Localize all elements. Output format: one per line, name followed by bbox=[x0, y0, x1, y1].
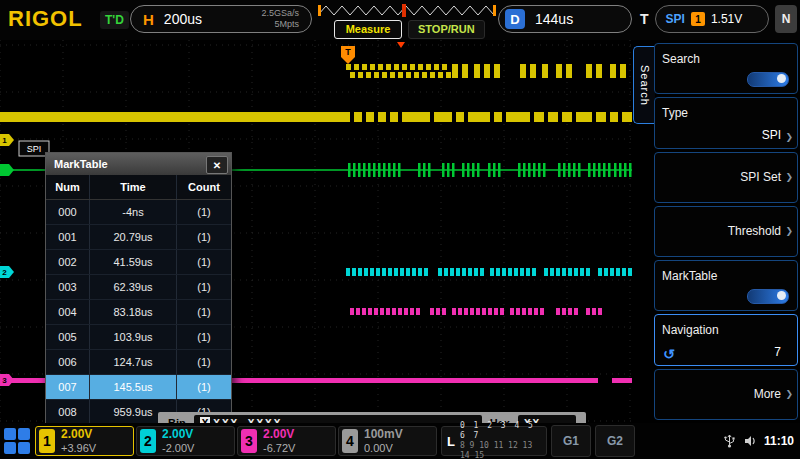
channel-3-scale: 2.00V bbox=[263, 428, 295, 442]
marktable-row-003[interactable]: 00362.39us(1) bbox=[46, 275, 231, 300]
marktable-cell-count: (1) bbox=[177, 300, 231, 324]
type-value: SPI bbox=[762, 128, 781, 142]
top-status-bar: RIGOL T'D H 200us 2.5GSa/s 5Mpts Measure… bbox=[0, 0, 800, 40]
marktable-cell-num: 003 bbox=[46, 275, 90, 299]
channel-2-values: 2.00V-2.00V bbox=[162, 428, 194, 454]
trigger-settings-box[interactable]: SPI 1 1.51V bbox=[655, 5, 769, 33]
channel-3-values: 2.00V-6.72V bbox=[263, 428, 295, 454]
channel-3-box[interactable]: 32.00V-6.72V bbox=[237, 426, 336, 456]
close-icon[interactable]: ✕ bbox=[206, 156, 228, 174]
trigger-source-badge: 1 bbox=[691, 12, 705, 26]
acquisition-info: 2.5GSa/s 5Mpts bbox=[261, 8, 299, 30]
trigger-level: 1.51V bbox=[711, 12, 742, 26]
marktable-cell-count: (1) bbox=[177, 250, 231, 274]
channel-4-offset: 0.00V bbox=[364, 442, 403, 455]
marktable-cell-count: (1) bbox=[177, 325, 231, 349]
marktable-row-000[interactable]: 000-4ns(1) bbox=[46, 200, 231, 225]
logic-row1: 0 1 2 3 4 5 6 7 bbox=[460, 421, 546, 441]
sidebar-item-type[interactable]: Type SPI ❯ bbox=[654, 97, 798, 148]
marktable-row-007[interactable]: 007145.5us(1) bbox=[46, 375, 231, 400]
stop-run-button[interactable]: STOP/RUN bbox=[408, 20, 485, 39]
memory-depth: 5Mpts bbox=[274, 19, 299, 29]
marktable-cell-time: 83.18us bbox=[90, 300, 177, 324]
sample-rate: 2.5GSa/s bbox=[261, 8, 299, 18]
chevron-right-icon: ❯ bbox=[785, 172, 793, 182]
clock: 11:10 bbox=[764, 434, 794, 448]
navigation-loop-icon: ↺ bbox=[663, 346, 675, 362]
sidebar-item-spi-set[interactable]: SPI Set ❯ bbox=[654, 152, 798, 203]
sidebar-item-marktable[interactable]: MarkTable bbox=[654, 260, 798, 311]
navigation-value: 7 bbox=[774, 345, 781, 359]
marktable-window: MarkTable ✕ Num Time Count 000-4ns(1)001… bbox=[45, 152, 232, 426]
svg-text:3: 3 bbox=[2, 376, 7, 385]
channel-1-badge: 1 bbox=[39, 429, 55, 453]
sidebar-item-navigation[interactable]: Navigation ↺ 7 bbox=[654, 314, 798, 365]
marktable-row-005[interactable]: 005103.9us(1) bbox=[46, 325, 231, 350]
chevron-right-icon: ❯ bbox=[785, 389, 793, 399]
marktable-titlebar[interactable]: MarkTable ✕ bbox=[46, 153, 231, 175]
channel-2-offset: -2.00V bbox=[162, 442, 194, 455]
generator1-box[interactable]: G1 bbox=[551, 425, 591, 457]
channel-1-offset: +3.96V bbox=[61, 442, 96, 455]
trigger-status-badge: T'D bbox=[100, 11, 129, 29]
marktable-row-002[interactable]: 00241.59us(1) bbox=[46, 250, 231, 275]
marktable-cell-num: 004 bbox=[46, 300, 90, 324]
usb-icon bbox=[723, 434, 736, 448]
marktable-cell-time: 20.79us bbox=[90, 225, 177, 249]
marktable-title: MarkTable bbox=[54, 158, 108, 170]
more-label: More bbox=[754, 387, 781, 401]
channel-4-scale: 100mV bbox=[364, 428, 403, 442]
logic-channels: 0 1 2 3 4 5 6 7 8 9 10 11 12 13 14 15 bbox=[460, 421, 546, 459]
chevron-right-icon: ❯ bbox=[785, 226, 793, 236]
search-menu-tab[interactable]: Search bbox=[633, 46, 655, 124]
channel-3-badge: 3 bbox=[241, 429, 257, 453]
rigol-logo: RIGOL bbox=[8, 6, 83, 32]
logic-analyzer-box[interactable]: L 0 1 2 3 4 5 6 7 8 9 10 11 12 13 14 15 bbox=[441, 426, 547, 456]
marktable-row-004[interactable]: 00483.18us(1) bbox=[46, 300, 231, 325]
sidebar-item-search[interactable]: Search bbox=[654, 43, 798, 94]
delay-value: 144us bbox=[535, 11, 573, 27]
marktable-row-006[interactable]: 006124.7us(1) bbox=[46, 350, 231, 375]
search-menu-panel: Search Type SPI ❯ SPI Set ❯ Threshold ❯ … bbox=[654, 40, 800, 423]
channel-2-scale: 2.00V bbox=[162, 428, 194, 442]
marktable-cell-num: 002 bbox=[46, 250, 90, 274]
marktable-cell-time: 41.59us bbox=[90, 250, 177, 274]
channel-1-values: 2.00V+3.96V bbox=[61, 428, 96, 454]
svg-text:T: T bbox=[345, 47, 351, 57]
svg-text:2: 2 bbox=[2, 268, 7, 277]
spi-set-label: SPI Set bbox=[740, 170, 781, 184]
search-label: Search bbox=[662, 52, 700, 66]
search-toggle[interactable] bbox=[747, 72, 789, 87]
marktable-header-row: Num Time Count bbox=[46, 175, 231, 200]
channel-4-values: 100mV0.00V bbox=[364, 428, 403, 454]
measure-button[interactable]: Measure bbox=[334, 20, 402, 39]
marktable-cell-time: -4ns bbox=[90, 200, 177, 224]
function-navigation-icon[interactable] bbox=[4, 428, 30, 454]
sidebar-item-more[interactable]: More ❯ bbox=[654, 369, 798, 420]
bottom-status-bar: 12.00V+3.96V22.00V-2.00V32.00V-6.72V4100… bbox=[0, 423, 800, 459]
marktable-cell-count: (1) bbox=[177, 225, 231, 249]
generator2-box[interactable]: G2 bbox=[595, 425, 635, 457]
marktable-header-time: Time bbox=[90, 175, 177, 199]
horizontal-timebase-box[interactable]: H 200us 2.5GSa/s 5Mpts bbox=[130, 5, 312, 33]
marktable-header-count: Count bbox=[177, 175, 231, 199]
marktable-cell-num: 001 bbox=[46, 225, 90, 249]
type-label: Type bbox=[662, 106, 688, 120]
marktable-row-001[interactable]: 00120.79us(1) bbox=[46, 225, 231, 250]
trigger-section: T SPI 1 1.51V bbox=[640, 5, 769, 33]
marktable-cell-count: (1) bbox=[177, 350, 231, 374]
trigger-slope-indicator[interactable]: N bbox=[775, 5, 797, 33]
speaker-icon bbox=[743, 434, 757, 448]
channel-3-offset: -6.72V bbox=[263, 442, 295, 455]
delay-box[interactable]: D 144us bbox=[498, 5, 632, 33]
marktable-label: MarkTable bbox=[662, 269, 717, 283]
sidebar-item-threshold[interactable]: Threshold ❯ bbox=[654, 206, 798, 257]
channel-4-box[interactable]: 4100mV0.00V bbox=[338, 426, 437, 456]
marktable-cell-num: 007 bbox=[46, 375, 90, 399]
marktable-cell-time: 103.9us bbox=[90, 325, 177, 349]
channel-markers: 123SPI bbox=[0, 134, 49, 386]
logic-label: L bbox=[447, 434, 455, 449]
channel-2-box[interactable]: 22.00V-2.00V bbox=[136, 426, 235, 456]
marktable-toggle[interactable] bbox=[747, 289, 789, 304]
channel-1-box[interactable]: 12.00V+3.96V bbox=[35, 426, 134, 456]
